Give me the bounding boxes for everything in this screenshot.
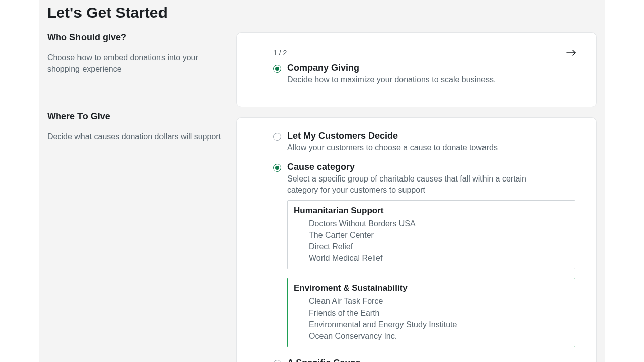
cause-title: Enviroment & Sustainability [294,283,569,293]
left-column: Who Should give? Choose how to embed don… [47,32,228,362]
who-should-give-block: Who Should give? Choose how to embed don… [47,32,228,75]
cause-item: Ocean Conservancy Inc. [309,330,569,342]
radio-customers-decide[interactable] [273,133,281,141]
cause-item: World Medical Relief [309,252,569,264]
where-desc: Decide what causes donation dollars will… [47,131,228,142]
cause-item: Environmental and Energy Study Institute [309,319,569,330]
cause-environment[interactable]: Enviroment & Sustainability Clean Air Ta… [287,278,575,347]
option-title: Company Giving [287,63,496,73]
next-arrow-button[interactable] [564,46,578,60]
who-gives-card: 1 / 2 Company Giving Decide how to maxim… [236,32,597,107]
where-to-give-card: Let My Customers Decide Allow your custo… [236,117,597,362]
where-heading: Where To Give [47,111,228,122]
who-desc: Choose how to embed donations into your … [47,52,228,75]
page-title: Let's Get Started [47,0,597,32]
where-to-give-block: Where To Give Decide what causes donatio… [47,111,228,142]
right-column: 1 / 2 Company Giving Decide how to maxim… [236,32,597,362]
arrow-right-icon [566,49,576,56]
option-specific-cause[interactable]: A Specific Cause Choose a specific chari… [273,358,578,362]
cause-item: The Carter Center [309,229,569,241]
cause-item: Clean Air Task Force [309,295,569,307]
option-company-giving[interactable]: Company Giving Decide how to maximize yo… [273,63,578,85]
cause-item: Direct Relief [309,241,569,252]
option-customers-decide[interactable]: Let My Customers Decide Allow your custo… [273,131,578,153]
step-counter: 1 / 2 [273,49,287,57]
cause-item: Doctors Without Borders USA [309,218,569,229]
radio-specific-cause[interactable] [273,360,281,362]
radio-company-giving[interactable] [273,65,281,73]
option-desc: Decide how to maximize your donations to… [287,74,496,85]
option-cause-category[interactable]: Cause category Select a specific group o… [273,162,578,196]
option-desc: Allow your customers to choose a cause t… [287,142,498,153]
who-heading: Who Should give? [47,32,228,43]
cause-category-list[interactable]: Humanitarian Support Doctors Without Bor… [287,200,578,349]
cause-humanitarian[interactable]: Humanitarian Support Doctors Without Bor… [287,200,575,270]
option-desc: Select a specific group of charitable ca… [287,173,559,196]
radio-cause-category[interactable] [273,164,281,172]
option-title: Let My Customers Decide [287,131,498,141]
option-title: A Specific Cause [287,358,519,362]
cause-item: Friends of the Earth [309,307,569,319]
cause-title: Humanitarian Support [294,206,569,216]
option-title: Cause category [287,162,559,172]
